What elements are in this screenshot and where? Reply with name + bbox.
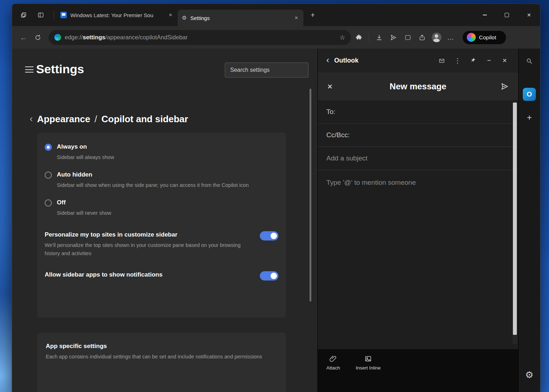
extensions-icon[interactable]: [352, 31, 365, 44]
subject-field[interactable]: Add a subject: [318, 147, 518, 170]
workspaces-icon[interactable]: [18, 9, 29, 21]
maximize-button[interactable]: [496, 4, 518, 26]
compose-toolbar: Attach Insert Inline: [318, 349, 518, 392]
panel-close-icon[interactable]: ✕: [499, 55, 510, 66]
toggle-row-sidebar-notifications: Allow sidebar apps to show notifications: [45, 271, 278, 281]
to-label: To:: [326, 108, 335, 116]
compose-body: To: Cc/Bcc: Add a subject Type '@' to me…: [318, 100, 518, 349]
radio-description: Sidebar will show when using the side pa…: [57, 181, 249, 189]
sidebar-add-icon[interactable]: +: [523, 111, 535, 124]
sidebar-search-icon[interactable]: [523, 55, 535, 67]
settings-favicon-gear-icon: ⚙: [182, 15, 187, 21]
search-settings-input[interactable]: [225, 63, 308, 78]
more-menu-icon[interactable]: …: [444, 31, 457, 44]
sidebar-notifications-toggle[interactable]: [260, 271, 278, 281]
panel-title: Outlook: [334, 57, 358, 64]
sidebar-settings-gear-icon[interactable]: ⚙: [523, 368, 536, 381]
attach-button[interactable]: Attach: [326, 355, 340, 371]
sidebar-rail: O + ⚙: [518, 49, 540, 392]
radio-description: Sidebar will always show: [57, 153, 114, 162]
compose-scrollbar[interactable]: [513, 102, 517, 344]
sidebar-outlook-icon[interactable]: O: [523, 88, 536, 101]
card-title: App specific settings: [46, 343, 277, 350]
settings-scrollbar[interactable]: [310, 89, 311, 302]
tab-strip: Windows Latest: Your Premier Sou ✕ ⚙ Set…: [12, 4, 540, 26]
close-button[interactable]: ✕: [518, 4, 540, 26]
tab-close-icon[interactable]: ✕: [167, 11, 174, 19]
avatar: [432, 33, 441, 42]
windows-latest-favicon: [60, 12, 67, 18]
breadcrumb-divider: /: [95, 114, 97, 125]
breadcrumb-section[interactable]: Appearance: [37, 114, 90, 125]
settings-menu-icon[interactable]: [25, 66, 34, 73]
to-field[interactable]: To:: [318, 100, 518, 124]
panel-more-icon[interactable]: ⋮: [452, 55, 463, 66]
tab-title: Windows Latest: Your Premier Sou: [70, 12, 163, 18]
radio-option-always-on[interactable]: Always on Sidebar will always show: [45, 143, 278, 162]
send-to-devices-icon[interactable]: [387, 31, 400, 44]
breadcrumb-back-icon[interactable]: ‹: [30, 114, 33, 125]
radio-option-off[interactable]: Off Sidebar will never show: [45, 199, 278, 217]
compose-header: ✕ New message: [318, 73, 518, 100]
radio-label: Always on: [57, 143, 114, 150]
insert-inline-button[interactable]: Insert Inline: [356, 355, 381, 371]
tab-settings[interactable]: ⚙ Settings ✕: [178, 10, 303, 26]
toggle-label: Allow sidebar apps to show notifications: [45, 271, 246, 278]
radio-description: Sidebar will never show: [57, 209, 111, 217]
card-description: Each app contains individual settings th…: [46, 353, 274, 361]
tab-title: Settings: [190, 15, 289, 21]
radio-unselected-icon[interactable]: [45, 199, 52, 207]
compose-close-icon[interactable]: ✕: [327, 83, 339, 91]
radio-selected-icon[interactable]: [45, 144, 52, 151]
personalize-top-sites-toggle[interactable]: [260, 231, 278, 240]
breadcrumb-page: Copilot and sidebar: [102, 114, 188, 125]
panel-back-icon[interactable]: ‹: [326, 56, 329, 65]
outlook-sidebar-panel: ‹ Outlook ⋮ − ✕ ✕ New message: [317, 49, 518, 392]
outlook-panel-header: ‹ Outlook ⋮ − ✕: [318, 49, 518, 73]
pin-icon[interactable]: [468, 55, 479, 66]
panel-minimize-icon[interactable]: −: [483, 55, 495, 66]
url-text: edge://settings/appearance/copilotAndSid…: [65, 34, 336, 41]
page-title: Settings: [36, 62, 84, 76]
app-specific-settings-card: App specific settings Each app contains …: [37, 333, 286, 392]
cc-bcc-label: Cc/Bcc:: [326, 131, 350, 139]
compose-title: New message: [339, 81, 497, 91]
send-button[interactable]: [497, 82, 509, 91]
paperclip-icon: [329, 355, 337, 363]
new-tab-button[interactable]: +: [307, 9, 318, 21]
share-icon[interactable]: [416, 31, 429, 44]
subject-placeholder: Add a subject: [326, 154, 367, 162]
minimize-button[interactable]: [474, 4, 496, 26]
sidebar-options-card: Always on Sidebar will always show Auto …: [37, 133, 286, 318]
refresh-button[interactable]: [31, 31, 44, 44]
tab-close-icon[interactable]: ✕: [293, 14, 300, 21]
mail-icon[interactable]: [436, 55, 447, 66]
toggle-description: We'll personalize the top sites shown in…: [45, 241, 246, 258]
back-button[interactable]: ←: [17, 31, 30, 44]
attach-label: Attach: [326, 365, 340, 371]
vertical-tabs-icon[interactable]: [35, 9, 46, 21]
address-bar[interactable]: edge://settings/appearance/copilotAndSid…: [49, 30, 351, 45]
copilot-button[interactable]: Copilot: [462, 30, 506, 45]
window-controls: ✕: [474, 4, 540, 26]
settings-page: Settings ‹ Appearance / Copilot and side…: [12, 49, 317, 392]
message-body-field[interactable]: Type '@' to mention someone: [318, 170, 518, 187]
body-placeholder: Type '@' to mention someone: [326, 179, 416, 187]
copilot-label: Copilot: [479, 34, 496, 41]
edge-site-icon: [54, 34, 61, 41]
downloads-icon[interactable]: [373, 31, 386, 44]
cc-bcc-field[interactable]: Cc/Bcc:: [318, 124, 518, 147]
web-capture-icon[interactable]: [401, 31, 414, 44]
radio-unselected-icon[interactable]: [45, 172, 52, 179]
radio-option-auto-hidden[interactable]: Auto hidden Sidebar will show when using…: [45, 171, 278, 189]
scrollbar-thumb[interactable]: [513, 103, 517, 335]
navigation-bar: ← edge://settings/appearance/copilotAndS…: [12, 26, 540, 49]
copilot-logo-icon: [467, 33, 476, 42]
toolbar-divider: [369, 34, 369, 41]
tab-divider: [54, 11, 54, 19]
tab-windows-latest[interactable]: Windows Latest: Your Premier Sou ✕: [56, 8, 178, 22]
profile-avatar[interactable]: [430, 31, 443, 44]
browser-window: Windows Latest: Your Premier Sou ✕ ⚙ Set…: [12, 4, 540, 392]
radio-label: Off: [57, 199, 111, 206]
favorite-star-icon[interactable]: ☆: [340, 34, 345, 41]
